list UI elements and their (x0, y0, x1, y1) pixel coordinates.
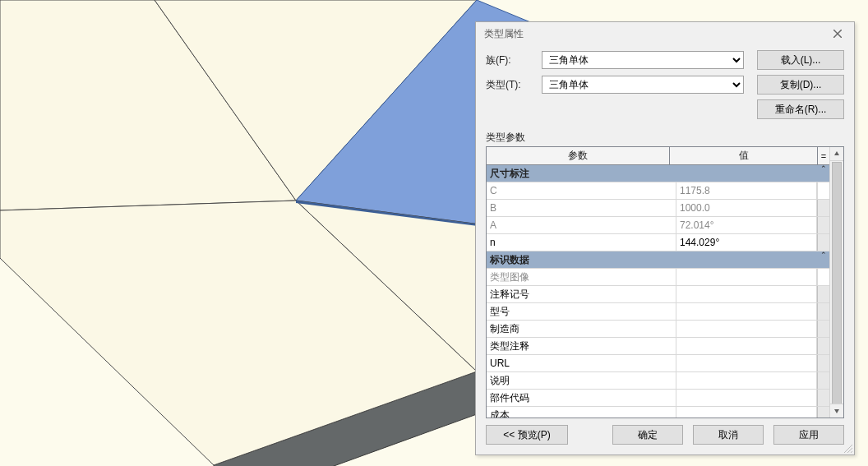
param-name: 成本 (487, 407, 676, 418)
eq-cell (817, 200, 829, 216)
group-header[interactable]: 标识数据⌃ (487, 251, 829, 269)
eq-cell (817, 303, 829, 320)
param-value[interactable] (676, 303, 817, 320)
parameter-row[interactable]: 说明 (487, 372, 829, 390)
eq-cell (817, 321, 829, 337)
svg-marker-12 (834, 151, 839, 155)
parameter-row[interactable]: 制造商 (487, 321, 829, 338)
group-name: 标识数据 (487, 251, 818, 268)
param-name: 注释记号 (487, 286, 676, 302)
header-value[interactable]: 值 (670, 147, 818, 165)
param-name: 型号 (487, 303, 676, 320)
eq-cell (817, 407, 829, 418)
param-value: 1175.8 (676, 182, 817, 199)
grid-scrollbar[interactable] (829, 147, 843, 418)
preview-button[interactable]: << 预览(P) (486, 425, 568, 445)
duplicate-button[interactable]: 复制(D)... (757, 75, 844, 95)
param-value[interactable] (676, 355, 817, 371)
eq-cell (817, 217, 829, 233)
group-name: 尺寸标注 (487, 165, 818, 182)
type-select[interactable]: 三角单体 (542, 76, 744, 94)
eq-cell (817, 355, 829, 371)
family-select[interactable]: 三角单体 (542, 51, 744, 69)
param-name: B (487, 200, 676, 216)
scroll-up-icon[interactable] (830, 147, 843, 161)
resize-grip-icon[interactable] (842, 442, 853, 454)
rename-button[interactable]: 重命名(R)... (757, 99, 844, 119)
parameter-row[interactable]: 成本 (487, 407, 829, 418)
dialog-footer: << 预览(P) 确定 取消 应用 (476, 418, 854, 454)
parameter-row[interactable]: C1175.8 (487, 182, 829, 200)
grid-header: 参数 值 = (487, 147, 829, 165)
parameter-row[interactable]: 型号 (487, 303, 829, 321)
parameter-row[interactable]: n144.029° (487, 234, 829, 251)
type-properties-dialog: 类型属性 族(F): 三角单体 载入(L)... 类型(T): 三角单体 复制(… (475, 21, 855, 455)
param-value (676, 269, 817, 285)
param-value[interactable] (676, 321, 817, 337)
parameter-grid: 参数 值 = 尺寸标注⌃C1175.8B1000.0A72.014°n144.0… (486, 146, 844, 418)
header-parameter[interactable]: 参数 (487, 147, 670, 165)
dialog-titlebar[interactable]: 类型属性 (476, 22, 854, 45)
scroll-thumb[interactable] (832, 162, 842, 410)
eq-cell (817, 182, 829, 199)
param-value[interactable] (676, 372, 817, 389)
parameter-row[interactable]: 类型注释 (487, 338, 829, 355)
header-equals[interactable]: = (818, 147, 829, 165)
param-value[interactable] (676, 286, 817, 302)
param-name: A (487, 217, 676, 233)
dialog-title: 类型属性 (484, 27, 824, 41)
collapse-icon[interactable]: ⌃ (818, 251, 829, 268)
collapse-icon[interactable]: ⌃ (818, 165, 829, 182)
eq-cell (817, 372, 829, 389)
eq-cell (817, 338, 829, 354)
close-icon[interactable] (824, 25, 851, 43)
eq-cell (817, 269, 829, 285)
param-value: 1000.0 (676, 200, 817, 216)
parameter-row[interactable]: 类型图像 (487, 269, 829, 286)
param-name: n (487, 234, 676, 251)
param-name: C (487, 182, 676, 199)
family-label: 族(F): (486, 53, 542, 67)
svg-marker-13 (834, 409, 839, 413)
parameter-row[interactable]: URL (487, 355, 829, 372)
param-name: 说明 (487, 372, 676, 389)
load-button[interactable]: 载入(L)... (757, 50, 844, 70)
parameter-row[interactable]: B1000.0 (487, 200, 829, 217)
param-value[interactable] (676, 338, 817, 354)
scroll-down-icon[interactable] (830, 404, 843, 418)
cancel-button[interactable]: 取消 (693, 425, 764, 445)
param-value: 72.014° (676, 217, 817, 233)
parameter-row[interactable]: A72.014° (487, 217, 829, 234)
eq-cell (817, 390, 829, 406)
param-name: URL (487, 355, 676, 371)
eq-cell (817, 286, 829, 302)
svg-line-16 (851, 451, 852, 453)
param-name: 类型注释 (487, 338, 676, 354)
parameter-row[interactable]: 部件代码 (487, 390, 829, 407)
type-params-label: 类型参数 (486, 131, 844, 145)
eq-cell (817, 234, 829, 251)
param-value[interactable] (676, 407, 817, 418)
param-name: 部件代码 (487, 390, 676, 406)
type-label: 类型(T): (486, 78, 542, 92)
param-name: 制造商 (487, 321, 676, 337)
param-name: 类型图像 (487, 269, 676, 285)
param-value[interactable]: 144.029° (676, 234, 817, 251)
apply-button[interactable]: 应用 (773, 425, 844, 445)
ok-button[interactable]: 确定 (612, 425, 683, 445)
param-value[interactable] (676, 390, 817, 406)
group-header[interactable]: 尺寸标注⌃ (487, 165, 829, 182)
parameter-row[interactable]: 注释记号 (487, 286, 829, 303)
